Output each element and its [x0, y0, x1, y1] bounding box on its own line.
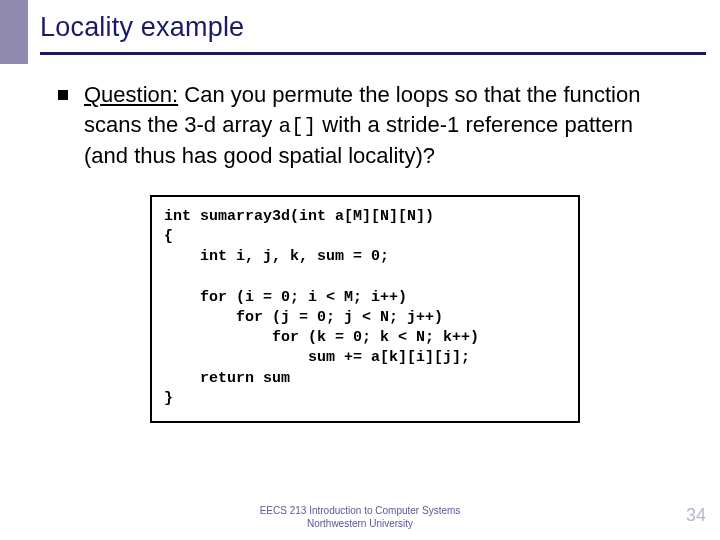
footer-line-1: EECS 213 Introduction to Computer System… — [0, 505, 720, 518]
question-paragraph: Question: Can you permute the loops so t… — [84, 80, 680, 171]
title-underline — [40, 52, 706, 55]
slide-footer: EECS 213 Introduction to Computer System… — [0, 505, 720, 530]
page-number: 34 — [686, 505, 706, 526]
slide-title-wrap: Locality example — [40, 12, 700, 43]
slide-title: Locality example — [40, 12, 700, 43]
bullet-icon — [58, 90, 68, 100]
bullet-row: Question: Can you permute the loops so t… — [58, 80, 680, 171]
slide-content: Question: Can you permute the loops so t… — [58, 80, 680, 423]
code-block: int sumarray3d(int a[M][N][N]) { int i, … — [150, 195, 580, 424]
footer-line-2: Northwestern University — [0, 518, 720, 531]
inline-code: a[] — [278, 115, 316, 138]
title-accent-bar — [0, 0, 28, 64]
question-label: Question: — [84, 82, 178, 107]
